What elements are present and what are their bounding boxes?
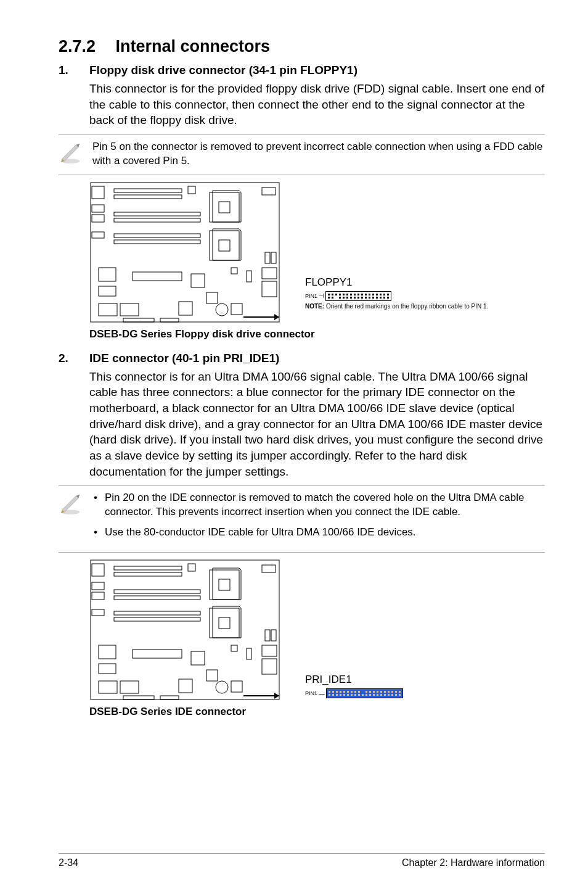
item-1-diagram: FLOPPY1 PIN1 ⊣ NOTE: Orient the red mark… bbox=[89, 181, 545, 340]
svg-rect-18 bbox=[210, 231, 239, 260]
svg-rect-8 bbox=[92, 232, 104, 238]
svg-rect-52 bbox=[188, 564, 195, 571]
svg-rect-9 bbox=[114, 189, 182, 192]
svg-rect-73 bbox=[120, 681, 139, 693]
note-rest: Orient the red markings on the floppy ri… bbox=[324, 303, 488, 310]
svg-rect-45 bbox=[91, 560, 279, 699]
item-1-number: 1. bbox=[59, 64, 89, 77]
svg-rect-62 bbox=[265, 630, 270, 641]
svg-rect-15 bbox=[114, 240, 200, 244]
svg-rect-77 bbox=[231, 681, 242, 692]
svg-rect-70 bbox=[231, 645, 237, 651]
svg-rect-7 bbox=[92, 215, 104, 222]
svg-rect-74 bbox=[179, 679, 192, 693]
section-heading: 2.7.2 Internal connectors bbox=[59, 37, 545, 56]
item-2-diagram: PRI_IDE1 PIN1 — DSEB-DG Series IDE conne… bbox=[89, 559, 545, 718]
svg-rect-14 bbox=[114, 234, 200, 237]
svg-rect-10 bbox=[114, 195, 182, 199]
floppy-connector-note: NOTE: Orient the red markings on the flo… bbox=[305, 303, 488, 310]
svg-rect-50 bbox=[114, 566, 182, 570]
floppy-connector-label-area: FLOPPY1 PIN1 ⊣ NOTE: Orient the red mark… bbox=[305, 276, 488, 310]
svg-rect-13 bbox=[114, 218, 200, 222]
svg-rect-78 bbox=[123, 696, 154, 699]
svg-rect-59 bbox=[210, 608, 239, 638]
svg-rect-75 bbox=[206, 670, 218, 681]
item-2-title: IDE connector (40-1 pin PRI_IDE1) bbox=[89, 352, 279, 365]
svg-rect-29 bbox=[231, 268, 237, 274]
svg-rect-32 bbox=[120, 303, 139, 316]
floppy-connector-name: FLOPPY1 bbox=[305, 276, 488, 289]
pencil-icon bbox=[59, 140, 92, 168]
pencil-icon bbox=[59, 491, 92, 546]
svg-rect-46 bbox=[92, 564, 104, 576]
svg-marker-40 bbox=[274, 314, 279, 320]
svg-rect-48 bbox=[92, 592, 104, 600]
svg-rect-49 bbox=[92, 609, 104, 616]
pin1-line: — bbox=[319, 690, 325, 697]
svg-rect-16 bbox=[210, 192, 239, 222]
svg-rect-60 bbox=[219, 617, 230, 629]
svg-rect-54 bbox=[114, 596, 200, 600]
svg-rect-4 bbox=[91, 183, 279, 322]
item-2-note-li-2: Use the 80-conductor IDE cable for Ultra… bbox=[105, 526, 545, 540]
svg-rect-58 bbox=[219, 579, 230, 590]
svg-rect-63 bbox=[271, 630, 276, 641]
floppy-connector-graphic bbox=[325, 291, 391, 301]
svg-marker-81 bbox=[274, 693, 279, 699]
item-2-body: This connector is for an Ultra DMA 100/6… bbox=[89, 369, 545, 479]
svg-rect-31 bbox=[99, 303, 117, 316]
svg-point-35 bbox=[216, 303, 228, 316]
svg-rect-26 bbox=[99, 286, 116, 296]
chapter-label: Chapter 2: Hardware information bbox=[402, 857, 545, 868]
svg-rect-28 bbox=[191, 274, 205, 287]
svg-rect-66 bbox=[99, 645, 116, 659]
svg-rect-37 bbox=[123, 318, 154, 322]
svg-marker-1 bbox=[62, 145, 79, 162]
svg-rect-11 bbox=[188, 186, 195, 194]
svg-rect-64 bbox=[262, 645, 277, 656]
pin1-label-ide: PIN1 bbox=[305, 690, 317, 696]
motherboard-diagram-2 bbox=[89, 559, 280, 703]
item-1-header: 1. Floppy disk drive connector (34-1 pin… bbox=[59, 64, 545, 77]
ide-connector-graphic bbox=[326, 688, 403, 698]
page-number: 2-34 bbox=[59, 857, 78, 868]
svg-rect-21 bbox=[265, 252, 270, 263]
section-title-text: Internal connectors bbox=[116, 37, 271, 56]
item-1-note-text: Pin 5 on the connector is removed to pre… bbox=[92, 140, 545, 168]
svg-rect-30 bbox=[247, 271, 251, 282]
svg-rect-33 bbox=[179, 302, 192, 315]
section-number: 2.7.2 bbox=[59, 37, 111, 56]
svg-rect-61 bbox=[262, 565, 276, 572]
svg-rect-5 bbox=[92, 186, 104, 199]
svg-rect-38 bbox=[160, 318, 179, 322]
svg-rect-34 bbox=[206, 292, 218, 303]
svg-rect-57 bbox=[210, 570, 239, 600]
svg-point-76 bbox=[216, 681, 228, 693]
item-1-title: Floppy disk drive connector (34-1 pin FL… bbox=[89, 64, 357, 77]
item-1-body: This connector is for the provided flopp… bbox=[89, 81, 545, 128]
svg-rect-27 bbox=[133, 272, 182, 281]
svg-rect-24 bbox=[262, 281, 277, 297]
svg-rect-71 bbox=[247, 648, 251, 659]
svg-rect-68 bbox=[133, 650, 182, 658]
item-2-header: 2. IDE connector (40-1 pin PRI_IDE1) bbox=[59, 352, 545, 365]
pin1-bracket: ⊣ bbox=[319, 292, 324, 299]
svg-rect-23 bbox=[262, 268, 277, 279]
svg-rect-6 bbox=[92, 205, 104, 212]
item-2-number: 2. bbox=[59, 352, 89, 365]
svg-rect-36 bbox=[231, 303, 242, 315]
svg-rect-56 bbox=[114, 617, 200, 621]
svg-rect-67 bbox=[99, 664, 116, 674]
page-content: 2.7.2 Internal connectors 1. Floppy disk… bbox=[0, 0, 588, 887]
svg-rect-65 bbox=[262, 659, 277, 674]
svg-rect-55 bbox=[114, 611, 200, 615]
item-2-note-block: Pin 20 on the IDE connector is removed t… bbox=[59, 485, 545, 553]
note-bold: NOTE: bbox=[305, 303, 324, 310]
page-footer: 2-34 Chapter 2: Hardware information bbox=[59, 853, 545, 868]
ide-connector-label-area: PRI_IDE1 PIN1 — bbox=[305, 674, 403, 698]
svg-rect-51 bbox=[114, 572, 182, 576]
svg-rect-20 bbox=[262, 188, 276, 195]
svg-marker-42 bbox=[62, 496, 79, 513]
ide-connector-name: PRI_IDE1 bbox=[305, 674, 403, 686]
item-2-diagram-caption: DSEB-DG Series IDE connector bbox=[89, 706, 545, 718]
